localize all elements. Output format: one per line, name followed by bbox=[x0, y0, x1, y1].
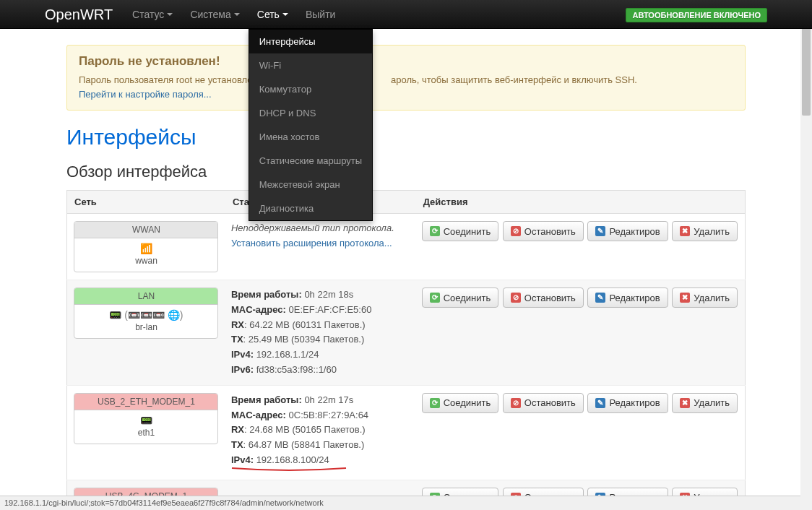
alert-title: Пароль не установлен! bbox=[79, 54, 733, 69]
delete-icon: ✖ bbox=[680, 226, 690, 236]
uptime-value: 0h 22m 18s bbox=[302, 289, 354, 300]
nav-network-label: Сеть bbox=[257, 9, 280, 20]
alert-text2: ароль, чтобы защитить веб-интерфейс и вк… bbox=[391, 74, 637, 85]
edit-button[interactable]: ✎Редактиров bbox=[587, 288, 668, 308]
ethernet-icon: 📟 bbox=[77, 415, 215, 426]
edit-icon: ✎ bbox=[595, 398, 605, 408]
uptime-label: Время работы: bbox=[231, 289, 302, 300]
network-dropdown: Интерфейсы Wi-Fi Коммутатор DHCP и DNS И… bbox=[249, 29, 373, 221]
dropdown-switch[interactable]: Коммутатор bbox=[249, 77, 372, 101]
nav-logout-label: Выйти bbox=[306, 9, 335, 20]
tx-label: TX bbox=[231, 439, 243, 450]
page-subtitle: Обзор интерфейса bbox=[66, 163, 746, 181]
tx-label: TX bbox=[231, 334, 243, 345]
caret-icon bbox=[282, 13, 288, 16]
device-icon: 📶 bbox=[77, 243, 215, 254]
col-network: Сеть bbox=[67, 191, 225, 214]
iface-box-usb2eth: USB_2_ETH_MODEM_1 📟 eth1 bbox=[74, 393, 218, 444]
delete-icon: ✖ bbox=[680, 293, 690, 303]
edit-icon: ✎ bbox=[595, 293, 605, 303]
brand-logo[interactable]: OpenWRT bbox=[45, 7, 113, 23]
nav-logout[interactable]: Выйти bbox=[297, 0, 344, 29]
uptime-label: Время работы: bbox=[231, 394, 302, 405]
tx-value: : 25.49 MB (50394 Пакетов.) bbox=[243, 334, 365, 345]
reload-icon: ⟳ bbox=[430, 293, 440, 303]
tx-value: : 64.87 MB (58841 Пакетов.) bbox=[243, 439, 365, 450]
iface-box-lan: LAN 📟 (📼📼📼 🌐) br-lan bbox=[74, 288, 218, 339]
stop-button[interactable]: ⊘Остановить bbox=[503, 221, 584, 241]
connect-button[interactable]: ⟳Соединить bbox=[422, 288, 499, 308]
caret-icon bbox=[234, 13, 240, 16]
ipv4-label: IPv4: bbox=[231, 349, 254, 360]
edit-icon: ✎ bbox=[595, 226, 605, 236]
iface-device: eth1 bbox=[138, 428, 155, 438]
iface-name: LAN bbox=[74, 288, 217, 305]
mac-value: 0E:EF:AF:CF:E5:60 bbox=[286, 304, 372, 315]
col-actions: Действия bbox=[416, 191, 746, 214]
connect-button[interactable]: ⟳Соединить bbox=[422, 221, 499, 241]
ipv4-label: IPv4: bbox=[231, 454, 254, 465]
nav-network[interactable]: Сеть Интерфейсы Wi-Fi Коммутатор DHCP и … bbox=[249, 0, 297, 29]
alert-link[interactable]: Перейти к настройке пароля... bbox=[79, 89, 212, 100]
iface-name: WWAN bbox=[74, 222, 217, 238]
password-alert: Пароль не установлен! Пароль пользовател… bbox=[66, 45, 746, 111]
browser-status-bar: 192.168.1.1/cgi-bin/luci/;stok=57db04f31… bbox=[0, 496, 800, 510]
mac-value: 0C:5B:8F:27:9A:64 bbox=[286, 410, 368, 420]
nav-status-label: Статус bbox=[132, 9, 164, 20]
delete-button[interactable]: ✖Удалить bbox=[672, 288, 738, 308]
ipv6-label: IPv6: bbox=[231, 364, 254, 375]
stop-icon: ⊘ bbox=[511, 226, 521, 236]
stop-icon: ⊘ bbox=[511, 293, 521, 303]
edit-button[interactable]: ✎Редактиров bbox=[587, 221, 668, 241]
mac-label: MAC-адрес: bbox=[231, 410, 286, 420]
bridge-icon: 📟 (📼📼📼 🌐) bbox=[77, 309, 215, 321]
reload-icon: ⟳ bbox=[430, 398, 440, 408]
alert-text: Пароль пользователя root не установлен. bbox=[79, 74, 263, 85]
delete-button[interactable]: ✖Удалить bbox=[672, 393, 738, 413]
auto-refresh-badge[interactable]: АВТООБНОВЛЕНИЕ ВКЛЮЧЕНО bbox=[626, 8, 767, 22]
stop-button[interactable]: ⊘Остановить bbox=[503, 288, 584, 308]
reload-icon: ⟳ bbox=[430, 226, 440, 236]
top-navbar: OpenWRT Статус Система Сеть Интерфейсы W… bbox=[0, 0, 812, 29]
ipv6-value: fd38:c5a3:f98::1/60 bbox=[254, 364, 337, 375]
table-row: USB_2_ETH_MODEM_1 📟 eth1 Время работы: 0… bbox=[67, 385, 746, 480]
status-unsupported: Неподдерживаемый тип протокола. bbox=[231, 222, 394, 233]
dropdown-hosts[interactable]: Имена хостов bbox=[249, 125, 372, 149]
iface-device: br-lan bbox=[135, 322, 157, 332]
interfaces-table: Сеть Статус Действия WWAN 📶 wwan bbox=[66, 190, 746, 510]
install-protocol-link[interactable]: Установить расширения протокола... bbox=[231, 238, 392, 248]
ipv4-value: 192.168.1.1/24 bbox=[254, 349, 319, 360]
table-row: WWAN 📶 wwan Неподдерживаемый тип протоко… bbox=[67, 214, 746, 280]
delete-button[interactable]: ✖Удалить bbox=[672, 221, 738, 241]
edit-button[interactable]: ✎Редактиров bbox=[587, 393, 668, 413]
dropdown-firewall[interactable]: Межсетевой экран bbox=[249, 173, 372, 196]
iface-box-wwan: WWAN 📶 wwan bbox=[74, 221, 218, 272]
uptime-value: 0h 22m 17s bbox=[302, 394, 354, 405]
connect-button[interactable]: ⟳Соединить bbox=[422, 393, 499, 413]
scrollbar-track[interactable] bbox=[800, 0, 812, 510]
nav-status[interactable]: Статус bbox=[124, 0, 181, 29]
iface-device: wwan bbox=[135, 256, 157, 266]
dropdown-dhcp[interactable]: DHCP и DNS bbox=[249, 101, 372, 125]
page-title: Интерфейсы bbox=[66, 125, 746, 150]
nav-system[interactable]: Система bbox=[181, 0, 248, 29]
delete-icon: ✖ bbox=[680, 398, 690, 408]
caret-icon bbox=[167, 13, 173, 16]
rx-label: RX bbox=[231, 319, 244, 330]
underline-marker-icon bbox=[231, 467, 347, 472]
table-row: LAN 📟 (📼📼📼 🌐) br-lan Время работы: 0h 22… bbox=[67, 280, 746, 386]
ipv4-value: 192.168.8.100/24 bbox=[254, 454, 329, 465]
rx-label: RX bbox=[231, 424, 244, 435]
rx-value: : 64.22 MB (60131 Пакетов.) bbox=[244, 319, 366, 330]
dropdown-routes[interactable]: Статические маршруты bbox=[249, 149, 372, 173]
stop-button[interactable]: ⊘Остановить bbox=[503, 393, 584, 413]
mac-label: MAC-адрес: bbox=[231, 304, 286, 315]
rx-value: : 24.68 MB (50165 Пакетов.) bbox=[244, 424, 366, 435]
stop-icon: ⊘ bbox=[511, 398, 521, 408]
dropdown-wifi[interactable]: Wi-Fi bbox=[249, 53, 372, 77]
dropdown-diag[interactable]: Диагностика bbox=[249, 196, 372, 220]
nav-system-label: Система bbox=[190, 9, 230, 20]
dropdown-interfaces[interactable]: Интерфейсы bbox=[249, 30, 372, 53]
iface-name: USB_2_ETH_MODEM_1 bbox=[74, 394, 217, 410]
